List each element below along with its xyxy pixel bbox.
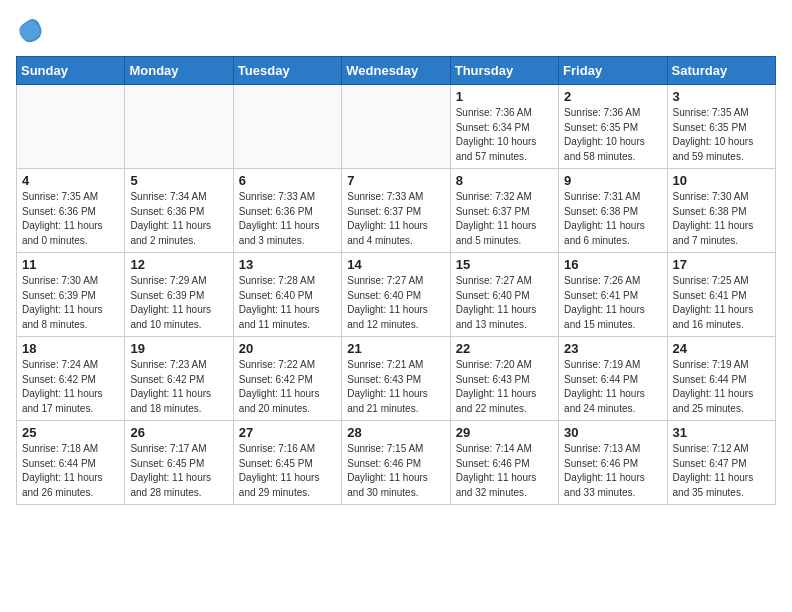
day-number: 27	[239, 425, 336, 440]
calendar-cell: 1Sunrise: 7:36 AM Sunset: 6:34 PM Daylig…	[450, 85, 558, 169]
day-number: 12	[130, 257, 227, 272]
calendar-cell	[342, 85, 450, 169]
day-number: 11	[22, 257, 119, 272]
calendar-week-row: 25Sunrise: 7:18 AM Sunset: 6:44 PM Dayli…	[17, 421, 776, 505]
day-info: Sunrise: 7:30 AM Sunset: 6:38 PM Dayligh…	[673, 190, 770, 248]
calendar-cell: 5Sunrise: 7:34 AM Sunset: 6:36 PM Daylig…	[125, 169, 233, 253]
day-number: 25	[22, 425, 119, 440]
calendar-cell: 17Sunrise: 7:25 AM Sunset: 6:41 PM Dayli…	[667, 253, 775, 337]
calendar-cell: 23Sunrise: 7:19 AM Sunset: 6:44 PM Dayli…	[559, 337, 667, 421]
day-info: Sunrise: 7:21 AM Sunset: 6:43 PM Dayligh…	[347, 358, 444, 416]
day-info: Sunrise: 7:19 AM Sunset: 6:44 PM Dayligh…	[564, 358, 661, 416]
day-number: 26	[130, 425, 227, 440]
day-info: Sunrise: 7:27 AM Sunset: 6:40 PM Dayligh…	[347, 274, 444, 332]
day-info: Sunrise: 7:25 AM Sunset: 6:41 PM Dayligh…	[673, 274, 770, 332]
calendar-cell: 16Sunrise: 7:26 AM Sunset: 6:41 PM Dayli…	[559, 253, 667, 337]
day-info: Sunrise: 7:14 AM Sunset: 6:46 PM Dayligh…	[456, 442, 553, 500]
calendar-week-row: 1Sunrise: 7:36 AM Sunset: 6:34 PM Daylig…	[17, 85, 776, 169]
calendar-cell: 27Sunrise: 7:16 AM Sunset: 6:45 PM Dayli…	[233, 421, 341, 505]
day-number: 17	[673, 257, 770, 272]
day-info: Sunrise: 7:31 AM Sunset: 6:38 PM Dayligh…	[564, 190, 661, 248]
day-info: Sunrise: 7:27 AM Sunset: 6:40 PM Dayligh…	[456, 274, 553, 332]
day-number: 13	[239, 257, 336, 272]
day-number: 24	[673, 341, 770, 356]
day-number: 28	[347, 425, 444, 440]
day-number: 7	[347, 173, 444, 188]
calendar-cell: 25Sunrise: 7:18 AM Sunset: 6:44 PM Dayli…	[17, 421, 125, 505]
calendar-cell: 21Sunrise: 7:21 AM Sunset: 6:43 PM Dayli…	[342, 337, 450, 421]
day-number: 3	[673, 89, 770, 104]
day-info: Sunrise: 7:24 AM Sunset: 6:42 PM Dayligh…	[22, 358, 119, 416]
calendar-cell: 3Sunrise: 7:35 AM Sunset: 6:35 PM Daylig…	[667, 85, 775, 169]
day-number: 15	[456, 257, 553, 272]
day-number: 6	[239, 173, 336, 188]
day-info: Sunrise: 7:36 AM Sunset: 6:34 PM Dayligh…	[456, 106, 553, 164]
logo	[16, 16, 48, 44]
day-number: 5	[130, 173, 227, 188]
day-info: Sunrise: 7:19 AM Sunset: 6:44 PM Dayligh…	[673, 358, 770, 416]
calendar-cell: 20Sunrise: 7:22 AM Sunset: 6:42 PM Dayli…	[233, 337, 341, 421]
calendar-cell: 13Sunrise: 7:28 AM Sunset: 6:40 PM Dayli…	[233, 253, 341, 337]
day-info: Sunrise: 7:18 AM Sunset: 6:44 PM Dayligh…	[22, 442, 119, 500]
calendar-week-row: 18Sunrise: 7:24 AM Sunset: 6:42 PM Dayli…	[17, 337, 776, 421]
day-info: Sunrise: 7:12 AM Sunset: 6:47 PM Dayligh…	[673, 442, 770, 500]
day-info: Sunrise: 7:33 AM Sunset: 6:36 PM Dayligh…	[239, 190, 336, 248]
day-info: Sunrise: 7:32 AM Sunset: 6:37 PM Dayligh…	[456, 190, 553, 248]
calendar-cell: 2Sunrise: 7:36 AM Sunset: 6:35 PM Daylig…	[559, 85, 667, 169]
calendar-cell	[17, 85, 125, 169]
day-info: Sunrise: 7:35 AM Sunset: 6:35 PM Dayligh…	[673, 106, 770, 164]
calendar-cell: 26Sunrise: 7:17 AM Sunset: 6:45 PM Dayli…	[125, 421, 233, 505]
calendar-cell: 8Sunrise: 7:32 AM Sunset: 6:37 PM Daylig…	[450, 169, 558, 253]
day-header-saturday: Saturday	[667, 57, 775, 85]
calendar-cell: 22Sunrise: 7:20 AM Sunset: 6:43 PM Dayli…	[450, 337, 558, 421]
day-number: 8	[456, 173, 553, 188]
calendar-cell	[125, 85, 233, 169]
calendar-cell: 19Sunrise: 7:23 AM Sunset: 6:42 PM Dayli…	[125, 337, 233, 421]
day-header-friday: Friday	[559, 57, 667, 85]
calendar-header-row: SundayMondayTuesdayWednesdayThursdayFrid…	[17, 57, 776, 85]
calendar-cell: 4Sunrise: 7:35 AM Sunset: 6:36 PM Daylig…	[17, 169, 125, 253]
calendar-cell: 18Sunrise: 7:24 AM Sunset: 6:42 PM Dayli…	[17, 337, 125, 421]
day-number: 20	[239, 341, 336, 356]
day-header-monday: Monday	[125, 57, 233, 85]
calendar-cell: 15Sunrise: 7:27 AM Sunset: 6:40 PM Dayli…	[450, 253, 558, 337]
calendar-cell: 11Sunrise: 7:30 AM Sunset: 6:39 PM Dayli…	[17, 253, 125, 337]
day-number: 2	[564, 89, 661, 104]
day-number: 31	[673, 425, 770, 440]
day-header-tuesday: Tuesday	[233, 57, 341, 85]
day-info: Sunrise: 7:15 AM Sunset: 6:46 PM Dayligh…	[347, 442, 444, 500]
day-info: Sunrise: 7:22 AM Sunset: 6:42 PM Dayligh…	[239, 358, 336, 416]
day-number: 14	[347, 257, 444, 272]
calendar-cell: 28Sunrise: 7:15 AM Sunset: 6:46 PM Dayli…	[342, 421, 450, 505]
day-number: 16	[564, 257, 661, 272]
calendar-cell: 31Sunrise: 7:12 AM Sunset: 6:47 PM Dayli…	[667, 421, 775, 505]
calendar-cell: 6Sunrise: 7:33 AM Sunset: 6:36 PM Daylig…	[233, 169, 341, 253]
calendar-cell: 30Sunrise: 7:13 AM Sunset: 6:46 PM Dayli…	[559, 421, 667, 505]
day-number: 23	[564, 341, 661, 356]
calendar-table: SundayMondayTuesdayWednesdayThursdayFrid…	[16, 56, 776, 505]
day-info: Sunrise: 7:35 AM Sunset: 6:36 PM Dayligh…	[22, 190, 119, 248]
calendar-cell: 7Sunrise: 7:33 AM Sunset: 6:37 PM Daylig…	[342, 169, 450, 253]
calendar-week-row: 4Sunrise: 7:35 AM Sunset: 6:36 PM Daylig…	[17, 169, 776, 253]
logo-icon	[16, 16, 44, 44]
day-info: Sunrise: 7:20 AM Sunset: 6:43 PM Dayligh…	[456, 358, 553, 416]
calendar-cell	[233, 85, 341, 169]
day-header-sunday: Sunday	[17, 57, 125, 85]
day-info: Sunrise: 7:23 AM Sunset: 6:42 PM Dayligh…	[130, 358, 227, 416]
day-number: 22	[456, 341, 553, 356]
calendar-cell: 12Sunrise: 7:29 AM Sunset: 6:39 PM Dayli…	[125, 253, 233, 337]
calendar-cell: 24Sunrise: 7:19 AM Sunset: 6:44 PM Dayli…	[667, 337, 775, 421]
day-header-thursday: Thursday	[450, 57, 558, 85]
day-info: Sunrise: 7:16 AM Sunset: 6:45 PM Dayligh…	[239, 442, 336, 500]
day-number: 10	[673, 173, 770, 188]
day-info: Sunrise: 7:34 AM Sunset: 6:36 PM Dayligh…	[130, 190, 227, 248]
page-header	[16, 16, 776, 44]
calendar-cell: 10Sunrise: 7:30 AM Sunset: 6:38 PM Dayli…	[667, 169, 775, 253]
day-info: Sunrise: 7:13 AM Sunset: 6:46 PM Dayligh…	[564, 442, 661, 500]
day-number: 19	[130, 341, 227, 356]
day-header-wednesday: Wednesday	[342, 57, 450, 85]
day-number: 18	[22, 341, 119, 356]
day-number: 9	[564, 173, 661, 188]
calendar-cell: 9Sunrise: 7:31 AM Sunset: 6:38 PM Daylig…	[559, 169, 667, 253]
day-number: 30	[564, 425, 661, 440]
